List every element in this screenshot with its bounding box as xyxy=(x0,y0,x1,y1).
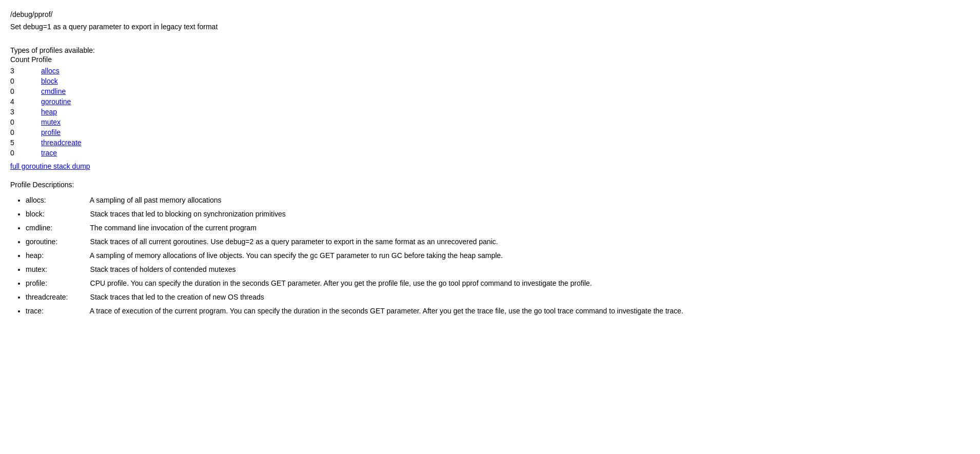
profile-count: 0 xyxy=(10,86,41,96)
profile-count: 0 xyxy=(10,127,41,137)
description-item: goroutine: Stack traces of all current g… xyxy=(26,236,970,247)
description-name: threadcreate: xyxy=(26,292,82,303)
description-name: mutex: xyxy=(26,264,82,275)
table-row: 0cmdline xyxy=(10,86,82,96)
full-goroutine-stack-dump-link[interactable]: full goroutine stack dump xyxy=(10,162,970,170)
table-row: 3heap xyxy=(10,107,82,117)
profile-count: 4 xyxy=(10,96,41,107)
description-item: cmdline: The command line invocation of … xyxy=(26,223,970,233)
profile-link-mutex[interactable]: mutex xyxy=(41,118,61,126)
description-item: block: Stack traces that led to blocking… xyxy=(26,209,970,220)
description-text: Stack traces of holders of contended mut… xyxy=(82,265,236,273)
profile-link-trace[interactable]: trace xyxy=(41,149,57,157)
descriptions-list: allocs: A sampling of all past memory al… xyxy=(26,195,970,317)
profile-table: 3allocs0block0cmdline4goroutine3heap0mut… xyxy=(10,66,82,158)
description-name: cmdline: xyxy=(26,223,82,233)
description-item: mutex: Stack traces of holders of conten… xyxy=(26,264,970,275)
description-text: Stack traces that led to the creation of… xyxy=(82,293,264,301)
description-text: The command line invocation of the curre… xyxy=(82,224,257,232)
profile-link-heap[interactable]: heap xyxy=(41,108,57,116)
description-item: allocs: A sampling of all past memory al… xyxy=(26,195,970,206)
profile-link-profile[interactable]: profile xyxy=(41,128,61,136)
description-name: heap: xyxy=(26,250,82,261)
description-name: allocs: xyxy=(26,195,82,206)
profile-link-goroutine[interactable]: goroutine xyxy=(41,97,71,106)
description-text: Stack traces of all current goroutines. … xyxy=(82,238,498,246)
description-name: block: xyxy=(26,209,82,220)
table-row: 5threadcreate xyxy=(10,137,82,148)
profile-link-block[interactable]: block xyxy=(41,77,58,85)
description-name: goroutine: xyxy=(26,236,82,247)
debug-param-text: Set debug=1 as a query parameter to expo… xyxy=(10,23,970,31)
profile-count: 5 xyxy=(10,137,41,148)
descriptions-header: Profile Descriptions: xyxy=(10,181,970,189)
description-text: A sampling of memory allocations of live… xyxy=(82,251,503,260)
page-path: /debug/pprof/ xyxy=(10,10,970,18)
table-row: 0block xyxy=(10,76,82,86)
table-row: 0profile xyxy=(10,127,82,137)
table-row: 3allocs xyxy=(10,66,82,76)
profiles-section-title: Types of profiles available: xyxy=(10,46,970,54)
profile-link-cell[interactable]: goroutine xyxy=(41,96,82,107)
profile-count: 3 xyxy=(10,107,41,117)
profile-count: 0 xyxy=(10,76,41,86)
profile-link-cmdline[interactable]: cmdline xyxy=(41,87,66,95)
profile-count: 0 xyxy=(10,148,41,158)
description-name: trace: xyxy=(26,306,82,317)
profile-link-cell[interactable]: heap xyxy=(41,107,82,117)
descriptions-section: Profile Descriptions: allocs: A sampling… xyxy=(10,181,970,317)
description-item: threadcreate: Stack traces that led to t… xyxy=(26,292,970,303)
table-row: 0trace xyxy=(10,148,82,158)
profile-link-cell[interactable]: profile xyxy=(41,127,82,137)
table-row: 4goroutine xyxy=(10,96,82,107)
full-dump-anchor[interactable]: full goroutine stack dump xyxy=(10,162,90,170)
description-text: A trace of execution of the current prog… xyxy=(82,307,683,315)
profile-count: 0 xyxy=(10,117,41,127)
description-text: CPU profile. You can specify the duratio… xyxy=(82,279,592,287)
table-row: 0mutex xyxy=(10,117,82,127)
profile-link-cell[interactable]: allocs xyxy=(41,66,82,76)
table-header: Count Profile xyxy=(10,55,970,64)
profile-link-cell[interactable]: mutex xyxy=(41,117,82,127)
profiles-section: Types of profiles available: Count Profi… xyxy=(10,46,970,170)
profile-link-cell[interactable]: threadcreate xyxy=(41,137,82,148)
profile-count: 3 xyxy=(10,66,41,76)
description-item: heap: A sampling of memory allocations o… xyxy=(26,250,970,261)
profile-link-cell[interactable]: block xyxy=(41,76,82,86)
description-text: A sampling of all past memory allocation… xyxy=(82,196,222,204)
description-item: trace: A trace of execution of the curre… xyxy=(26,306,970,317)
profile-link-cell[interactable]: cmdline xyxy=(41,86,82,96)
profile-link-threadcreate[interactable]: threadcreate xyxy=(41,139,82,147)
profile-link-allocs[interactable]: allocs xyxy=(41,67,60,75)
description-text: Stack traces that led to blocking on syn… xyxy=(82,210,286,218)
description-item: profile: CPU profile. You can specify th… xyxy=(26,278,970,289)
profile-link-cell[interactable]: trace xyxy=(41,148,82,158)
description-name: profile: xyxy=(26,278,82,289)
